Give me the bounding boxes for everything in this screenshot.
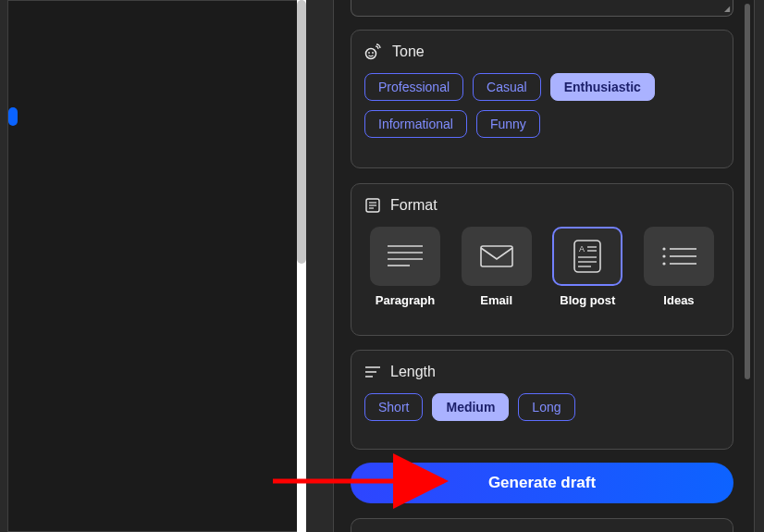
tone-option-casual[interactable]: Casual — [473, 73, 541, 101]
length-icon — [364, 365, 381, 378]
tone-option-informational[interactable]: Informational — [364, 110, 467, 138]
format-option-ideas[interactable] — [644, 227, 714, 286]
svg-rect-11 — [481, 246, 512, 266]
length-option-short[interactable]: Short — [364, 393, 423, 421]
svg-point-0 — [366, 49, 376, 59]
svg-point-2 — [372, 52, 374, 54]
paragraph-icon — [386, 242, 425, 270]
panel-scrollbar-thumb[interactable] — [745, 4, 750, 379]
blog-post-icon: A — [569, 239, 606, 274]
email-icon — [477, 242, 516, 270]
svg-point-1 — [368, 52, 370, 54]
left-scrollbar-thumb[interactable] — [297, 0, 306, 264]
format-label-blogpost: Blog post — [560, 293, 615, 307]
ideas-icon — [659, 244, 698, 268]
tone-option-funny[interactable]: Funny — [476, 110, 540, 138]
tone-group: Tone Professional Casual Enthusiastic In… — [351, 30, 733, 168]
svg-point-23 — [662, 262, 665, 265]
format-group: Format Paragraph — [351, 183, 733, 336]
next-card-top-edge — [351, 518, 733, 532]
textarea-resize-handle-icon[interactable]: ◢ — [724, 6, 728, 12]
page-indicator-pill — [8, 107, 18, 126]
tone-option-enthusiastic[interactable]: Enthusiastic — [550, 73, 655, 101]
format-option-blogpost[interactable]: A — [552, 227, 622, 286]
length-option-medium[interactable]: Medium — [432, 393, 509, 421]
prompt-textarea[interactable]: ◢ — [351, 0, 733, 17]
format-label-email: Email — [480, 293, 512, 307]
length-option-long[interactable]: Long — [518, 393, 574, 421]
format-label-ideas: Ideas — [663, 293, 694, 307]
length-group: Length Short Medium Long — [351, 350, 733, 450]
format-option-email[interactable] — [462, 227, 532, 286]
format-title: Format — [390, 197, 437, 214]
format-label-paragraph: Paragraph — [376, 293, 435, 307]
compose-side-panel: ◢ Tone Professional Casual Enthusiastic … — [333, 0, 755, 532]
tone-title: Tone — [392, 43, 425, 60]
svg-point-21 — [662, 254, 665, 257]
document-viewer-pane — [7, 0, 302, 532]
tone-icon — [364, 43, 383, 60]
svg-text:A: A — [579, 244, 585, 254]
svg-point-19 — [662, 247, 665, 250]
tone-option-professional[interactable]: Professional — [364, 73, 463, 101]
length-title: Length — [390, 364, 436, 380]
format-icon — [364, 197, 381, 214]
generate-draft-button[interactable]: Generate draft — [351, 463, 733, 503]
format-option-paragraph[interactable] — [370, 227, 440, 286]
left-scrollbar-track[interactable] — [297, 0, 306, 532]
